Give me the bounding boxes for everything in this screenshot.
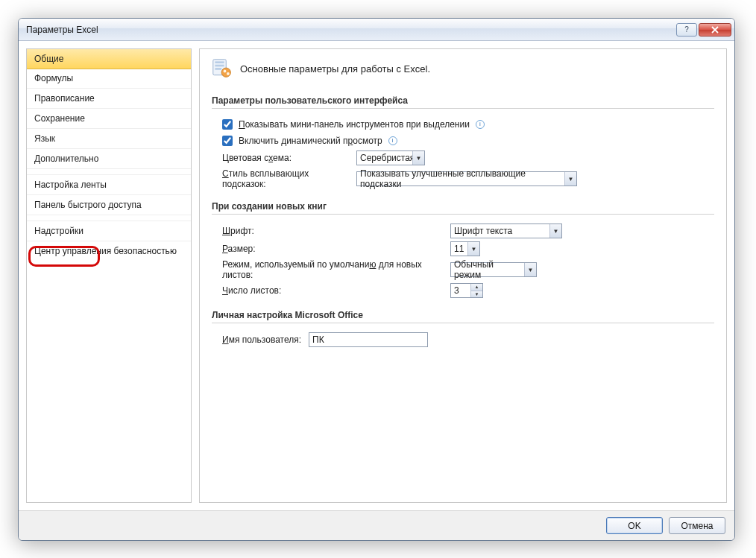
section-heading-personalize: Личная настройка Microsoft Office xyxy=(212,307,714,323)
default-view-select[interactable]: Обычный режим ▼ xyxy=(450,262,537,277)
sidebar-item-customize-ribbon[interactable]: Настройка ленты xyxy=(27,175,191,195)
sidebar-item-label: Правописание xyxy=(34,93,95,104)
screentip-style-label: Стиль всплывающих подсказок: xyxy=(222,168,352,189)
svg-rect-3 xyxy=(215,68,221,70)
sidebar-item-label: Дополнительно xyxy=(34,153,98,164)
sidebar-item-formulas[interactable]: Формулы xyxy=(27,69,191,89)
screentip-style-select[interactable]: Показывать улучшенные всплывающие подска… xyxy=(356,171,577,186)
page-title: Основные параметры для работы с Excel. xyxy=(240,63,430,74)
option-default-view: Режим, используемый по умолчанию для нов… xyxy=(212,258,714,282)
color-scheme-label: Цветовая схема: xyxy=(222,153,352,163)
sidebar-separator xyxy=(27,169,191,175)
sidebar-item-label: Общие xyxy=(34,54,63,64)
sidebar-item-label: Сохранение xyxy=(34,113,85,124)
chevron-down-icon: ▼ xyxy=(564,172,576,186)
default-view-value: Обычный режим xyxy=(454,259,523,280)
spin-down-icon[interactable]: ▼ xyxy=(471,291,482,298)
info-icon[interactable]: i xyxy=(476,120,485,129)
page-header: Основные параметры для работы с Excel. xyxy=(212,58,714,79)
sidebar-separator xyxy=(27,215,191,221)
sidebar-item-advanced[interactable]: Дополнительно xyxy=(27,149,191,169)
option-sheet-count: Число листов: 3 ▲▼ xyxy=(212,282,714,299)
font-size-label: Размер: xyxy=(222,244,446,254)
option-font-size: Размер: 11 ▼ xyxy=(212,240,714,258)
close-icon xyxy=(711,26,719,34)
sidebar-item-language[interactable]: Язык xyxy=(27,129,191,149)
dialog-footer: OK Отмена xyxy=(19,510,734,540)
option-show-mini-toolbar: ППоказывать мини-панель инструментов при… xyxy=(212,116,714,133)
svg-rect-2 xyxy=(215,65,224,67)
category-sidebar: Общие Формулы Правописание Сохранение Яз… xyxy=(26,48,192,503)
options-icon xyxy=(212,58,233,79)
sidebar-item-label: Надстройки xyxy=(34,226,84,236)
font-value: Шрифт текста xyxy=(454,226,512,236)
username-value: ПК xyxy=(312,335,324,345)
sidebar-item-label: Панель быстрого доступа xyxy=(34,200,142,210)
svg-point-6 xyxy=(227,72,230,75)
section-heading-newbooks: При создании новых книг xyxy=(212,198,714,215)
option-username: Имя пользователя: ПК xyxy=(212,331,714,349)
color-scheme-select[interactable]: Серебристая ▼ xyxy=(356,150,425,165)
username-input[interactable]: ПК xyxy=(309,332,428,347)
sidebar-item-general[interactable]: Общие xyxy=(26,48,192,69)
show-mini-toolbar-checkbox[interactable] xyxy=(222,119,233,130)
sidebar-item-label: Формулы xyxy=(34,73,73,83)
dialog-body: Общие Формулы Правописание Сохранение Яз… xyxy=(19,41,734,510)
svg-point-5 xyxy=(224,70,227,73)
option-screentip-style: Стиль всплывающих подсказок: Показывать … xyxy=(212,167,714,191)
cancel-button-label: Отмена xyxy=(681,521,713,531)
chevron-down-icon: ▼ xyxy=(524,263,536,276)
show-mini-toolbar-label: ППоказывать мини-панель инструментов при… xyxy=(239,119,470,130)
info-icon[interactable]: i xyxy=(388,136,397,145)
color-scheme-value: Серебристая xyxy=(360,153,415,163)
sidebar-item-label: Центр управления безопасностью xyxy=(34,246,177,256)
options-main-panel: Основные параметры для работы с Excel. П… xyxy=(199,48,727,503)
excel-options-dialog: Параметры Excel ? Общие Формулы Правопис… xyxy=(18,18,735,541)
svg-point-4 xyxy=(221,68,230,77)
sheet-count-spinner[interactable]: 3 ▲▼ xyxy=(450,283,483,298)
default-view-label: Режим, используемый по умолчанию для нов… xyxy=(222,259,446,280)
sheet-count-label: Число листов: xyxy=(222,285,446,296)
sidebar-item-label: Настройка ленты xyxy=(34,180,107,190)
sidebar-item-trust-center[interactable]: Центр управления безопасностью xyxy=(27,241,191,261)
font-select[interactable]: Шрифт текста ▼ xyxy=(450,223,562,238)
sheet-count-value: 3 xyxy=(454,285,459,296)
help-button[interactable]: ? xyxy=(676,23,697,37)
sidebar-item-save[interactable]: Сохранение xyxy=(27,109,191,129)
option-color-scheme: Цветовая схема: Серебристая ▼ xyxy=(212,149,714,167)
sidebar-item-proofing[interactable]: Правописание xyxy=(27,89,191,109)
font-size-value: 11 xyxy=(454,244,464,254)
chevron-down-icon: ▼ xyxy=(467,242,479,256)
font-label: Шрифт: xyxy=(222,226,446,236)
option-live-preview: Включить динамический просмотр i xyxy=(212,133,714,149)
chevron-down-icon: ▼ xyxy=(549,224,561,238)
font-size-select[interactable]: 11 ▼ xyxy=(450,241,480,256)
spin-up-icon[interactable]: ▲ xyxy=(471,284,482,291)
live-preview-label: Включить динамический просмотр xyxy=(239,136,382,146)
section-heading-ui: Параметры пользовательского интерфейса xyxy=(212,92,714,109)
titlebar[interactable]: Параметры Excel ? xyxy=(19,19,734,41)
chevron-down-icon: ▼ xyxy=(412,151,424,165)
sidebar-item-label: Язык xyxy=(34,133,55,144)
ok-button-label: OK xyxy=(628,521,640,531)
close-button[interactable] xyxy=(699,23,731,37)
option-font: Шрифт: Шрифт текста ▼ xyxy=(212,222,714,240)
svg-rect-1 xyxy=(215,61,224,63)
sidebar-item-quick-access[interactable]: Панель быстрого доступа xyxy=(27,195,191,215)
cancel-button[interactable]: Отмена xyxy=(669,517,725,534)
window-title: Параметры Excel xyxy=(26,25,675,35)
live-preview-checkbox[interactable] xyxy=(222,136,233,146)
sidebar-item-addins[interactable]: Надстройки xyxy=(27,221,191,241)
screentip-style-value: Показывать улучшенные всплывающие подска… xyxy=(360,168,563,189)
ok-button[interactable]: OK xyxy=(606,517,663,534)
username-label: Имя пользователя: xyxy=(222,335,304,345)
